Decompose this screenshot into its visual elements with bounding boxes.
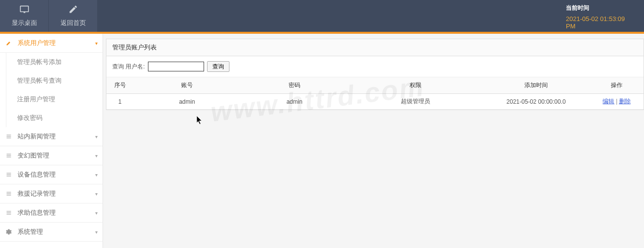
cell-account: admin: [133, 94, 241, 110]
sidebar-subitem-registered-users[interactable]: 注册用户管理: [6, 90, 103, 109]
chevron-down-icon: ▾: [95, 172, 98, 178]
sidebar-item-label: 站内新闻管理: [18, 132, 56, 141]
chevron-down-icon: ▾: [95, 210, 98, 216]
col-role: 权限: [348, 77, 482, 94]
sidebar-item-slides[interactable]: 变幻图管理 ▾: [0, 146, 103, 165]
chevron-down-icon: ▾: [95, 41, 98, 46]
chevron-down-icon: ▾: [95, 229, 98, 235]
list-icon: [6, 191, 14, 197]
panel-title: 管理员账户列表: [106, 39, 644, 56]
search-label: 查询 用户名:: [112, 63, 145, 71]
table-row: 1 admin admin 超级管理员 2021-05-02 00:00:00.…: [106, 94, 644, 110]
sidebar-subitem-admin-add[interactable]: 管理员帐号添加: [6, 53, 103, 71]
cell-role: 超级管理员: [348, 94, 482, 110]
main-content: 管理员账户列表 查询 用户名: 查询 序号 账号 密码 权限 添加时间 操作: [103, 34, 644, 248]
sidebar-item-news[interactable]: 站内新闻管理 ▾: [0, 127, 103, 146]
search-row: 查询 用户名: 查询: [106, 56, 644, 77]
sidebar-item-help[interactable]: 求助信息管理 ▾: [0, 203, 103, 223]
sidebar-item-label: 变幻图管理: [18, 151, 49, 160]
col-index: 序号: [106, 77, 133, 94]
search-button[interactable]: 查询: [207, 61, 229, 72]
list-icon: [6, 172, 14, 178]
col-operation: 操作: [590, 77, 644, 94]
col-addtime: 添加时间: [482, 77, 590, 94]
col-account: 账号: [133, 77, 241, 94]
cell-password: admin: [241, 94, 348, 110]
chevron-down-icon: ▾: [95, 153, 98, 158]
sidebar-subitem-change-password[interactable]: 修改密码: [6, 109, 103, 127]
col-password: 密码: [241, 77, 348, 94]
sidebar-subitem-admin-query[interactable]: 管理员帐号查询: [6, 71, 103, 90]
back-home-button[interactable]: 返回首页: [49, 0, 98, 32]
admin-table: 序号 账号 密码 权限 添加时间 操作 1 admin admin 超级管理员: [106, 77, 644, 110]
chevron-down-icon: ▾: [95, 134, 98, 139]
sidebar: 系统用户管理 ▾ 管理员帐号添加 管理员帐号查询 注册用户管理 修改密码 站内新…: [0, 34, 103, 248]
sidebar-item-label: 系统管理: [18, 227, 43, 236]
gear-icon: [6, 229, 14, 235]
search-input[interactable]: [148, 62, 204, 71]
sidebar-item-system-users[interactable]: 系统用户管理 ▾: [0, 34, 103, 53]
chevron-down-icon: ▾: [95, 191, 98, 197]
list-icon: [6, 134, 14, 139]
pencil-icon: [68, 4, 78, 19]
list-icon: [6, 153, 14, 158]
cell-operation: 编辑|删除: [590, 94, 644, 110]
admin-list-panel: 管理员账户列表 查询 用户名: 查询 序号 账号 密码 权限 添加时间 操作: [106, 39, 644, 110]
back-home-label: 返回首页: [61, 19, 86, 27]
delete-link[interactable]: 删除: [619, 98, 631, 105]
sidebar-item-system[interactable]: 系统管理 ▾: [0, 223, 103, 242]
sidebar-item-label: 设备信息管理: [18, 170, 56, 179]
sidebar-item-label: 系统用户管理: [18, 39, 56, 47]
sidebar-item-label: 求助信息管理: [18, 208, 56, 217]
op-separator: |: [616, 98, 617, 105]
cell-index: 1: [106, 94, 133, 110]
pencil-icon: [6, 40, 14, 46]
show-desktop-label: 显示桌面: [12, 19, 37, 27]
monitor-icon: [19, 4, 30, 19]
time-display: 当前时间 2021-05-02 01:53:09 PM: [556, 0, 644, 32]
sidebar-item-label: 救援记录管理: [18, 189, 56, 198]
cell-addtime: 2021-05-02 00:00:00.0: [482, 94, 590, 110]
sidebar-item-rescue[interactable]: 救援记录管理 ▾: [0, 184, 103, 203]
show-desktop-button[interactable]: 显示桌面: [0, 0, 49, 32]
edit-link[interactable]: 编辑: [602, 98, 614, 105]
time-label: 当前时间: [566, 4, 634, 12]
time-value: 2021-05-02 01:53:09 PM: [566, 15, 634, 30]
header-bar: 显示桌面 返回首页 当前时间 2021-05-02 01:53:09 PM: [0, 0, 644, 32]
sidebar-item-device[interactable]: 设备信息管理 ▾: [0, 165, 103, 184]
list-icon: [6, 210, 14, 216]
